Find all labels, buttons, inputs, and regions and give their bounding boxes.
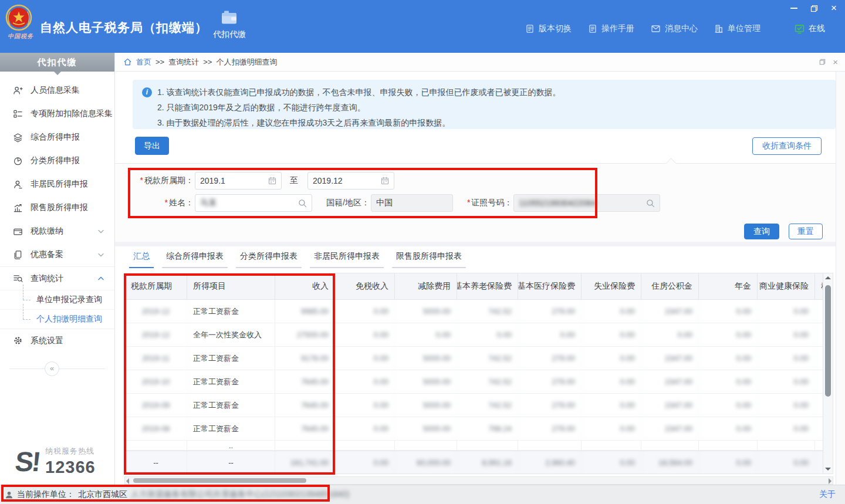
sidebar-item-preference-filing[interactable]: 优惠备案 — [0, 243, 114, 266]
sidebar-item-special-deduction[interactable]: 专项附加扣除信息采集 — [0, 102, 114, 126]
restore-page-icon[interactable] — [819, 59, 826, 65]
manual-button[interactable]: 操作手册 — [588, 23, 634, 34]
breadcrumb-home[interactable]: 首页 — [136, 57, 151, 67]
export-button[interactable]: 导出 — [135, 137, 169, 155]
table-cell: 正常工资薪金 — [187, 300, 275, 323]
main-area: 首页 >> 查询统计 >> 个人扣缴明细查询 × i 1. 该查询统计表仅能查询… — [115, 53, 845, 485]
column-header-1: 所得项目 — [187, 273, 275, 299]
minimize-button[interactable] — [789, 4, 799, 13]
sidebar-item-personnel-info[interactable]: 人员信息采集 — [0, 79, 114, 102]
header-menu: 版本切换 操作手册 消息中心 单位管理 — [525, 23, 825, 34]
layers-icon — [13, 133, 23, 143]
scroll-left-arrow[interactable] — [126, 478, 129, 484]
table-cell: 0.00 — [758, 323, 815, 346]
sidebar-subitem-unit-declare-record[interactable]: 单位申报记录查询 — [0, 290, 114, 309]
tab-nonresident[interactable]: 非居民所得申报表 — [310, 249, 384, 268]
page-scroll-gutter[interactable] — [836, 72, 845, 485]
table-cell: 0.00 — [758, 300, 815, 323]
module-tab-daikou[interactable]: 代扣代缴 — [207, 10, 252, 40]
toggle-query-conditions-button[interactable]: 收折查询条件 — [752, 137, 822, 155]
sidebar-collapse-button[interactable]: « — [45, 361, 59, 376]
table-cell: 2,960.40 — [518, 451, 582, 473]
sidebar-item-nonresident-income[interactable]: 非居民所得申报 — [0, 172, 114, 196]
table-cell: 0.00 — [699, 370, 758, 393]
sidebar-subitem-label: 个人扣缴明细查询 — [36, 314, 102, 324]
hotline-logo: S! 纳税服务热线 12366 — [15, 445, 96, 478]
sidebar-subitem-personal-withholding-detail[interactable]: 个人扣缴明细查询 — [0, 309, 114, 329]
national-emblem-icon — [5, 4, 33, 32]
message-center-button[interactable]: 消息中心 — [651, 23, 698, 34]
table-cell: 0.00 — [335, 417, 395, 440]
table-cell: 2019-09 — [125, 394, 187, 417]
sidebar-title: 代扣代缴 — [0, 53, 114, 72]
reset-button[interactable]: 重置 — [789, 224, 823, 239]
wallet-icon — [13, 226, 23, 236]
table-cell: 0.00 — [815, 323, 823, 346]
version-switch-button[interactable]: 版本切换 — [525, 23, 572, 34]
query-statistics-submenu: 单位申报记录查询 个人扣缴明细查询 — [0, 290, 114, 329]
breadcrumb: 首页 >> 查询统计 >> 个人扣缴明细查询 × — [115, 53, 845, 72]
hotline-glyph: S! — [13, 445, 41, 478]
sidebar-item-comprehensive-income[interactable]: 综合所得申报 — [0, 126, 114, 149]
online-label: 在线 — [809, 23, 825, 34]
table-cell: 2019-10 — [125, 370, 187, 393]
search-icon[interactable] — [646, 199, 655, 208]
table-cell: 0.00 — [582, 417, 641, 440]
sidebar-item-restricted-stock[interactable]: 限售股所得申报 — [0, 196, 114, 219]
tab-restricted-stock[interactable]: 限售股所得申报表 — [392, 249, 466, 268]
search-icon[interactable] — [298, 199, 307, 208]
query-button[interactable]: 查询 — [744, 224, 779, 239]
table-cell: 0.00 — [699, 300, 758, 323]
period-to-input[interactable]: 2019.12 — [307, 172, 394, 190]
table-cell: 0.00 — [641, 323, 699, 346]
about-link[interactable]: 关于 — [819, 489, 836, 500]
sidebar-item-label: 人员信息采集 — [31, 85, 80, 96]
horizontal-scroll-thumb[interactable] — [133, 478, 306, 483]
calendar-icon — [381, 177, 389, 185]
breadcrumb-separator: >> — [203, 57, 212, 66]
scroll-down-arrow[interactable] — [825, 468, 831, 471]
unit-management-button[interactable]: 单位管理 — [714, 23, 760, 34]
period-from-input[interactable]: 2019.1 — [195, 172, 282, 190]
person-plus-icon — [13, 86, 23, 96]
tab-comprehensive[interactable]: 综合所得申报表 — [162, 249, 228, 268]
scroll-up-arrow[interactable] — [825, 276, 831, 279]
column-header-8: 住房公积金 — [641, 273, 699, 299]
table-cell: 0.00 — [582, 451, 641, 473]
unit-management-label: 单位管理 — [728, 23, 760, 34]
online-status[interactable]: 在线 — [795, 23, 825, 34]
page-content: i 1. 该查询统计表仅能查询已申报成功的数据，不包含未申报、申报失败，已申报但… — [115, 72, 845, 485]
restore-button[interactable] — [809, 4, 819, 13]
tab-classified[interactable]: 分类所得申报表 — [236, 249, 302, 268]
version-switch-label: 版本切换 — [539, 23, 572, 34]
table-cell: 742.52 — [457, 394, 518, 417]
name-input[interactable]: 马某 — [195, 194, 312, 212]
results-table: 税款所属期所得项目收入免税收入减除费用基本养老保险费基本医疗保险费失业保险费住房… — [124, 273, 833, 474]
tab-summary[interactable]: 汇总 — [129, 249, 154, 268]
current-unit-prefix: 当前操作单位： — [17, 489, 75, 500]
sidebar-item-tax-payment[interactable]: 税款缴纳 — [0, 219, 114, 243]
table-cell: 279.00 — [518, 370, 582, 393]
table-cell: 0.00 — [815, 370, 823, 393]
vertical-scroll-thumb[interactable] — [825, 285, 831, 397]
sidebar-item-classified-income[interactable]: 分类所得申报 — [0, 149, 114, 172]
vertical-scrollbar[interactable] — [823, 273, 833, 473]
table-row: 2019-12正常工资薪金9985.000.005000.00742.52279… — [125, 300, 823, 323]
horizontal-scrollbar[interactable] — [124, 476, 833, 485]
table-cell: 5000.00 — [395, 394, 457, 417]
status-bar: 当前操作单位：北京市西城区 人力资源服务有限公司共享服务中心(121103021… — [0, 485, 845, 504]
hotline-number: 12366 — [45, 458, 96, 477]
tax-emblem-logo: 中国税务 — [5, 4, 36, 40]
table-cell: 2347.00 — [641, 417, 699, 440]
sidebar-item-query-statistics[interactable]: 查询统计 — [0, 266, 114, 290]
table-cell: 0.00 — [815, 300, 823, 323]
sidebar-item-system-settings[interactable]: 系统设置 — [0, 329, 114, 352]
app-header: 中国税务 自然人电子税务局（扣缴端） 代扣代缴 版本切换 — [0, 0, 845, 53]
table-cell: 279.00 — [518, 300, 582, 323]
sidebar: 代扣代缴 人员信息采集 专项附加扣除信息采集 综合所得申报 — [0, 53, 115, 485]
name-value: 马某 — [200, 198, 298, 208]
scroll-right-arrow[interactable] — [829, 478, 832, 484]
close-page-icon[interactable]: × — [833, 57, 838, 67]
close-button[interactable]: × — [829, 4, 839, 13]
person-icon — [13, 180, 23, 190]
